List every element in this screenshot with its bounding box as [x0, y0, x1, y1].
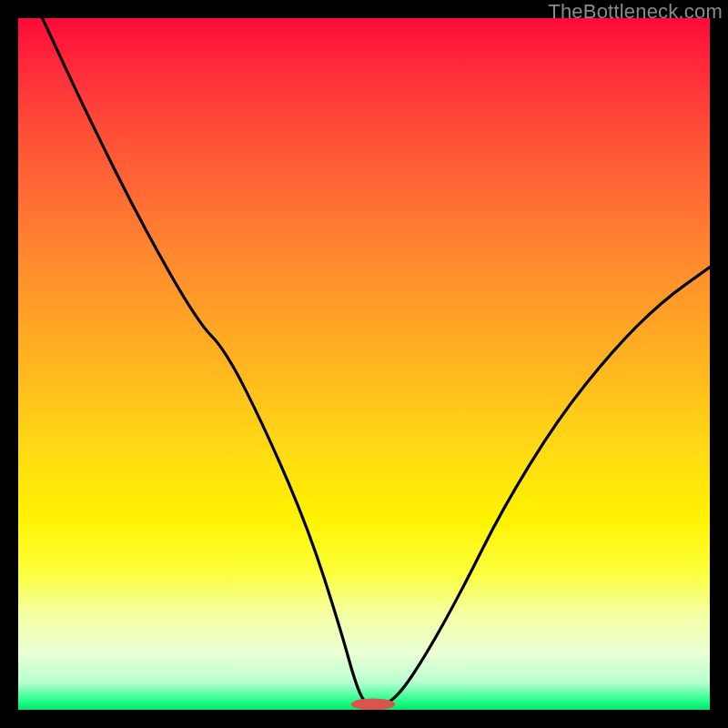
optimum-marker [351, 698, 396, 710]
watermark-text: TheBottleneck.com [548, 0, 723, 24]
bottleneck-curve [43, 18, 710, 706]
plot-area [18, 18, 710, 710]
chart-frame: TheBottleneck.com [0, 0, 728, 728]
curve-layer [18, 18, 710, 710]
